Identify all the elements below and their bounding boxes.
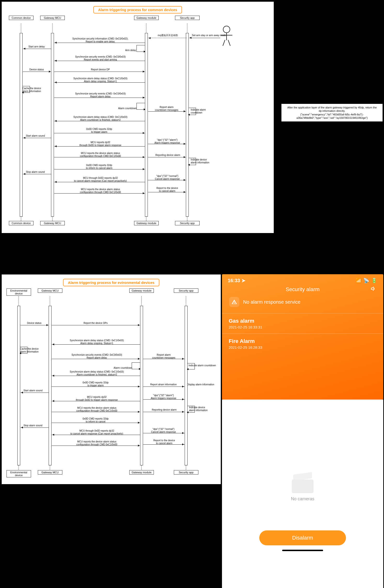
d1-m22: Stop alarm sound: [21, 171, 50, 173]
phone-mock: 16:33 ➤ 📶 📡 🔋 Security alarm No alarm re…: [222, 274, 383, 399]
d2-m26: Report to the device to cancel alarm: [146, 439, 182, 445]
d1-m3: Arm delay: [122, 49, 136, 52]
d1-m20: Indicate device alarm information: [191, 158, 216, 164]
no-cameras-label: No cameras: [222, 496, 383, 502]
d2-foot-mcu: Gateway MCU: [38, 470, 62, 475]
lane-gateway-mcu: Gateway MCU: [40, 16, 65, 20]
alarm-title: Fire Alarm: [229, 338, 377, 344]
lane-gateway-module: Gateway module: [134, 16, 159, 20]
d1-m15: Start alarm sound: [21, 134, 50, 137]
d1-m14: 0x0D CMD reports 32dp to trigger alarm: [65, 128, 133, 133]
d2-m12: Indicate alarm countdown: [189, 364, 219, 367]
alarm-title: Gas alarm: [229, 318, 377, 324]
d2-m14c: Display alarm information: [187, 383, 218, 386]
d2-m16: MCU reports dp32 through 0x0D to trigger…: [62, 396, 132, 401]
phone-bottom: No cameras Disalarm: [222, 399, 383, 588]
d1-m4: Synchronize security events (CMD: 0xC0/0…: [62, 55, 139, 61]
d1-m12: Indicate alarm countdown: [191, 108, 215, 114]
d2-lane-module: Gateway module: [129, 289, 154, 293]
diagram-common-devices: Alarm triggering process for common devi…: [1, 1, 274, 233]
alarm-time: 2021-02-25 16:33:31: [229, 325, 377, 329]
d1-m18: MCU reports the device alarm status conf…: [62, 152, 139, 157]
d2-m14: 0x0D CMD reports 32dp to trigger alarm: [63, 381, 128, 387]
msg-set-arm-mode: Set arm stay or arm away mode: [192, 34, 226, 37]
d1-m5: Device status: [23, 68, 50, 71]
d2-m18: MCU reports the device alarm status conf…: [59, 407, 134, 412]
d1-m1: Synchronize security information (CMD: 0…: [62, 37, 139, 43]
d2-m17: "dps":{"32":"alarm"} Alarm triggers resp…: [144, 394, 183, 399]
warning-icon: [229, 297, 239, 307]
lane-foot-gateway-mcu: Gateway MCU: [40, 221, 65, 225]
d1-m7: Synchronize alarm delay status (CMD: 0xC…: [62, 77, 139, 83]
status-time: 16:33 ➤: [228, 278, 246, 283]
d1-m25: MCU reports the device alarm status conf…: [62, 188, 139, 193]
disalarm-button[interactable]: Disalarm: [259, 530, 346, 545]
notice-text: No alarm response service: [243, 299, 300, 305]
d2-m13: Synchronize alarm delay status (CMD: 0xC…: [59, 370, 134, 376]
d2-m9: Synchronize security events (CMD: 0xC0/0…: [59, 354, 134, 359]
alarm-row-gas[interactable]: Gas alarm 2021-02-25 16:33:31: [222, 314, 383, 334]
d1-m10: Alarm countdown: [116, 107, 137, 110]
d1-m21: 0x0D CMD reports 32dp to inform to cance…: [65, 164, 133, 169]
d2-lane-mcu: Gateway MCU: [38, 289, 62, 293]
d1-m23: MCU through 0x0D reports dp32 to cancel …: [59, 177, 141, 182]
alarm-time: 2021-02-25 16:28:33: [229, 345, 377, 349]
d2-m6: Report the device DPs: [62, 322, 129, 325]
d2-m25: MCU reports the device alarm status conf…: [59, 440, 134, 446]
status-icons: 📶 📡 🔋: [356, 278, 378, 283]
alarm-row-fire[interactable]: Fire Alarm 2021-02-25 16:28:33: [222, 334, 383, 354]
d2-m10: Alarm countdown: [111, 367, 132, 369]
empty-box-icon: [292, 477, 313, 494]
d2-m7: Synchronize alarm delay status (CMD: 0xC…: [59, 339, 134, 345]
lane-common-device: Common device: [9, 16, 34, 20]
d1-m26: Report to the device to cancel alarm: [150, 187, 185, 192]
d1-m16: MCU reports dp32 through 0x0D to trigger…: [64, 141, 136, 147]
d1-m17: "dps":{"32":"alarm"} Alarm triggers resp…: [149, 139, 186, 144]
d1-m19: Reporting device alarm: [151, 154, 185, 157]
d1-m6: Report device DP: [64, 68, 136, 71]
d2-m20: Indicate device alarm information: [189, 406, 215, 412]
lane-foot-common-device: Common device: [9, 221, 34, 225]
d2-m15: Start alarm sound: [19, 389, 47, 392]
diagram-environmental-devices: Alarm triggering process for evironmenta…: [1, 274, 221, 484]
d2-lane-env: Environmental device: [6, 289, 31, 296]
d1-m9: Synchronize security events (CMD: 0xC0/0…: [62, 92, 139, 98]
d2-m22: Stop alarm sound: [19, 424, 47, 427]
lane-foot-gateway-module: Gateway module: [134, 221, 159, 225]
diagram1-title: Alarm triggering process for common devi…: [94, 6, 182, 14]
home-indicator[interactable]: [282, 550, 323, 551]
diagram2-title: Alarm triggering process for evironmenta…: [63, 279, 159, 286]
speaker-icon[interactable]: [370, 286, 376, 292]
d2-m19: Reporting device alarm: [146, 408, 182, 411]
d2-m11: Report alarm countdown messages: [146, 354, 182, 359]
d2-foot-env: Environmental device: [6, 470, 31, 477]
d2-m24: "dps":{"32":"normal"} Cancel alarm respo…: [144, 428, 183, 433]
msg-mq: mq通知开开启布防: [152, 34, 183, 37]
d2-foot-app: Security app: [174, 470, 198, 475]
d2-lane-app: Security app: [174, 289, 198, 293]
d1-m24: "dps":{"32":"normal"} Cancel alarm respo…: [148, 175, 187, 180]
lane-foot-security-app: Security app: [175, 221, 200, 225]
side-note: After the application layer of the alarm…: [281, 104, 383, 122]
d1-m2: Start arm delay: [23, 45, 50, 48]
d2-m14b: Report alram information: [144, 383, 183, 386]
lane-security-app: Security app: [175, 16, 200, 20]
d1-m8: Cache the device alarm information: [22, 87, 51, 93]
d2-m23: MCU through 0x0D reports dp32 to cancel …: [57, 429, 136, 435]
phone-title: Security alarm: [286, 286, 320, 292]
d2-m8: Cache the device alarm information: [20, 348, 49, 353]
d1-m11: Report alarm countdown messages: [150, 106, 183, 111]
d2-foot-module: Gateway module: [129, 470, 154, 475]
d2-m5: Device status: [21, 322, 47, 325]
d1-m13: Synchronize alarm delay status (CMD: 0xC…: [62, 116, 139, 121]
d2-m21: 0x0D CMD reports 32dp to inform to cance…: [63, 417, 128, 423]
location-icon: ➤: [241, 278, 246, 283]
